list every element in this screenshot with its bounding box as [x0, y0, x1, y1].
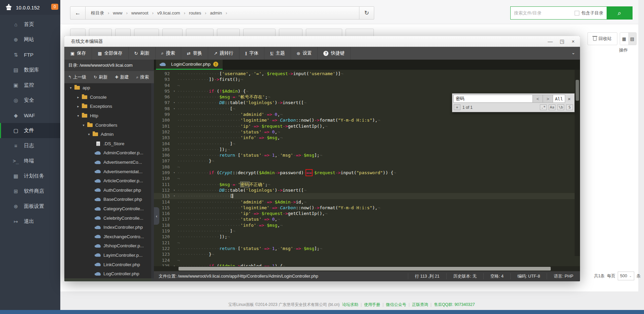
sidebar-item-终端[interactable]: >_终端: [0, 153, 60, 168]
vertical-scrollbar[interactable]: [575, 70, 580, 256]
tree-file[interactable]: CelebrityControlle...: [64, 213, 154, 223]
sidebar-item-软件商店[interactable]: ⊞软件商店: [0, 184, 60, 199]
chevron-down-icon[interactable]: ▾: [87, 132, 91, 136]
find-regex-button[interactable]: .*: [540, 104, 547, 110]
toolbar-搜索[interactable]: ⌕搜索: [156, 47, 181, 60]
minimize-icon[interactable]: —: [548, 39, 553, 44]
sidebar-item-WAF[interactable]: ◆WAF: [0, 108, 60, 123]
fold-arrow-icon[interactable]: ▾: [171, 187, 177, 193]
sidebar-item-日志[interactable]: ≡日志: [0, 138, 60, 153]
toolbar-设置[interactable]: ⊛设置: [291, 47, 318, 60]
tree-collapse-handle[interactable]: ‹: [154, 207, 159, 225]
toolbar-chevron-down-icon[interactable]: ⌄: [571, 50, 575, 55]
sidebar-item-面板设置[interactable]: ⊛面板设置: [0, 199, 60, 214]
message-badge[interactable]: 0: [51, 4, 58, 10]
tree-folder-Http[interactable]: ▾Http: [64, 111, 154, 121]
tree-folder-Console[interactable]: ▸Console: [64, 93, 154, 102]
tab-logincontroller[interactable]: LoginController.php !: [156, 60, 223, 70]
editor-titlebar[interactable]: 在线文本编辑器 —◳×: [64, 36, 580, 47]
refresh-button[interactable]: ↻: [359, 7, 374, 19]
sidebar-item-文件[interactable]: ▢文件: [0, 123, 60, 138]
include-subdir-checkbox[interactable]: [575, 11, 579, 15]
fold-arrow-icon[interactable]: ▾: [171, 106, 177, 112]
tree-folder-Controllers[interactable]: ▾Controllers: [64, 120, 154, 130]
sidebar-item-数据库[interactable]: ▤数据库: [0, 62, 60, 77]
sidebar-item-退出[interactable]: ↦退出: [0, 214, 60, 229]
tree-file[interactable]: LogController.php: [64, 269, 154, 279]
tree-file[interactable]: JfshopController.p...: [64, 241, 154, 251]
sidebar-item-网站[interactable]: ⊕网站: [0, 32, 60, 47]
tree-file[interactable]: Advertisementdat...: [64, 167, 154, 176]
footer-link[interactable]: 微信公众号: [386, 302, 406, 307]
tree-file[interactable]: AdvertisementCo...: [64, 158, 154, 167]
close-icon[interactable]: ×: [572, 39, 575, 44]
tree-file[interactable]: JfexchangeContro...: [64, 232, 154, 242]
toolbar-替换[interactable]: ⇄替换: [181, 47, 208, 60]
toolbar-保存[interactable]: ▣保存: [64, 47, 92, 60]
tree-file[interactable]: LayimController.p...: [64, 251, 154, 260]
toolbar-字体[interactable]: I字体: [239, 47, 264, 60]
chevron-down-icon[interactable]: ▾: [81, 123, 86, 127]
find-input[interactable]: [453, 95, 533, 103]
sidebar-item-首页[interactable]: ⌂首页: [0, 17, 60, 32]
find-selection-button[interactable]: S: [566, 104, 573, 110]
tree-file[interactable]: ArticleController.p...: [64, 176, 154, 186]
breadcrumb-item[interactable]: admin: [210, 10, 223, 16]
maximize-icon[interactable]: ◳: [560, 39, 565, 44]
fold-arrow-icon[interactable]: ▾: [171, 170, 177, 176]
toolbar-跳转行[interactable]: ↗跳转行: [208, 47, 239, 60]
recycle-bin-button[interactable]: 回收站: [587, 32, 617, 45]
find-case-button[interactable]: Aa: [549, 104, 555, 110]
footer-link[interactable]: 论坛求助: [342, 302, 358, 307]
footer-link[interactable]: 使用手册: [364, 302, 380, 307]
tree-file[interactable]: LoginController.p...: [64, 278, 154, 281]
find-prev-button[interactable]: <: [533, 95, 543, 103]
horizontal-scrollbar[interactable]: [154, 266, 580, 271]
sidebar-item-安全[interactable]: ◎安全: [0, 93, 60, 108]
vertical-scrollbar-thumb[interactable]: [576, 80, 579, 101]
file-search-button[interactable]: ⌕: [607, 7, 632, 19]
footer-link[interactable]: 售后QQ群: 907340327: [434, 302, 475, 307]
tree-tool-搜索[interactable]: ⌕搜索: [132, 74, 153, 80]
find-toggle-replace-button[interactable]: +: [454, 104, 460, 110]
tree-file[interactable]: BaseController.php: [64, 195, 154, 204]
toolbar-主题[interactable]: U主题: [264, 47, 291, 60]
fold-arrow-icon[interactable]: ▾: [171, 100, 177, 105]
chevron-right-icon[interactable]: ▸: [76, 104, 80, 108]
fold-arrow-icon[interactable]: ▾: [171, 193, 177, 199]
tree-folder-Exceptions[interactable]: ▸Exceptions: [64, 102, 154, 111]
breadcrumb-item[interactable]: wwwroot: [131, 10, 149, 16]
grid-view-button[interactable]: ▦: [620, 33, 628, 45]
chevron-down-icon[interactable]: ▾: [76, 114, 80, 118]
include-subdir-option[interactable]: 包含子目录: [575, 7, 607, 19]
tree-folder-app[interactable]: ▾app: [64, 83, 154, 93]
sidebar-item-计划任务[interactable]: ▦计划任务: [0, 168, 60, 184]
toolbar-全部保存[interactable]: ▩全部保存: [92, 47, 128, 60]
fold-arrow-icon[interactable]: ▾: [171, 88, 177, 94]
tree-tool-刷新[interactable]: ↻刷新: [90, 74, 111, 80]
sidebar-item-FTP[interactable]: ⇅FTP: [0, 47, 60, 62]
tree-tool-上一级[interactable]: ↰上一级: [64, 74, 90, 80]
breadcrumb-item[interactable]: v9.licai.com: [157, 10, 181, 16]
back-button[interactable]: ←: [70, 7, 86, 19]
tree-file[interactable]: .DS_Store: [64, 139, 154, 149]
find-close-icon[interactable]: ×: [565, 95, 573, 103]
file-search-input[interactable]: [511, 7, 575, 19]
tree-scrollbar[interactable]: [151, 83, 154, 281]
breadcrumb-item[interactable]: www: [112, 10, 123, 16]
tree-file[interactable]: CategoryControlle...: [64, 204, 154, 214]
find-next-button[interactable]: >: [543, 95, 553, 103]
find-word-button[interactable]: \b: [557, 104, 564, 110]
footer-link[interactable]: 正版查询: [412, 302, 428, 307]
tree-file[interactable]: AuthController.php: [64, 186, 154, 195]
per-page-select[interactable]: 500 ⌄: [618, 272, 634, 280]
tree-tool-新建[interactable]: ✚新建: [111, 74, 132, 80]
horizontal-scrollbar-thumb[interactable]: [179, 267, 551, 271]
tree-file[interactable]: IndexController.php: [64, 223, 154, 232]
toolbar-刷新[interactable]: ↻刷新: [129, 47, 156, 60]
breadcrumb-item[interactable]: routes: [188, 10, 202, 16]
tree-folder-Admin[interactable]: ▾Admin: [64, 130, 154, 139]
fold-arrow-icon[interactable]: ▾: [171, 263, 177, 266]
find-all-button[interactable]: All: [553, 95, 565, 103]
chevron-right-icon[interactable]: ▸: [76, 95, 80, 99]
